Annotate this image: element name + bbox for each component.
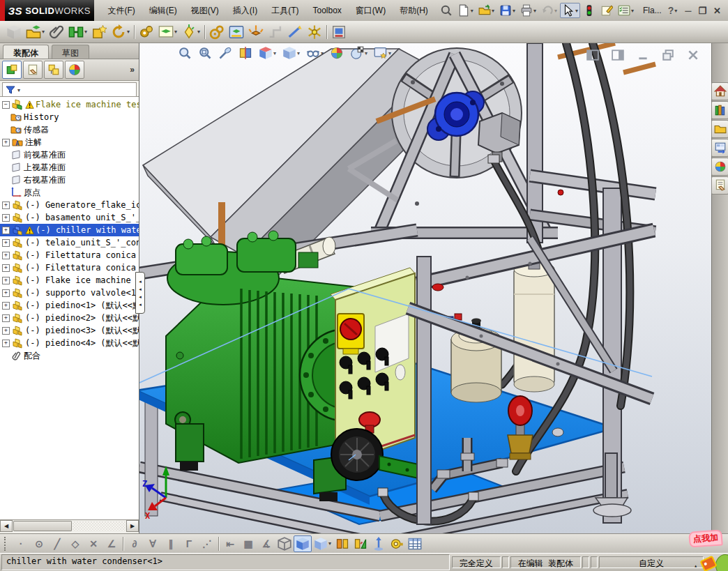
assembly-features-icon[interactable] [227, 23, 246, 41]
view-settings-icon[interactable]: ▾ [372, 45, 393, 61]
tree-row[interactable]: +(-) piedino<3> (默认<<默认 [0, 324, 139, 337]
pane-right-icon[interactable] [609, 47, 626, 63]
apply-scene-icon[interactable]: ▾ [348, 45, 370, 61]
tree-row[interactable]: 原点 [0, 186, 139, 199]
zoom-fit-icon[interactable] [176, 45, 194, 61]
line-icon[interactable]: ╱ [48, 537, 66, 551]
tree-horizontal-scrollbar[interactable]: ◀ ▶ [0, 519, 139, 532]
corner-icon[interactable]: Γ [180, 537, 198, 551]
construction-icon[interactable]: ⋰ [198, 537, 216, 551]
command-tab[interactable]: 草图 [52, 45, 89, 59]
tree-row[interactable]: −Flake ice machine test ( [0, 98, 139, 111]
pane-tabs-overflow[interactable]: » [130, 65, 135, 75]
tree-expand-icon[interactable]: + [2, 289, 10, 297]
file-properties-icon[interactable] [598, 3, 615, 18]
tree-expand-icon[interactable]: + [2, 327, 10, 335]
tree-row[interactable]: +(-) supporto valvole<1> (默 [0, 287, 139, 299]
pane-left-icon[interactable] [584, 47, 601, 63]
tree-expand-icon[interactable]: + [2, 302, 10, 310]
model-leveling-foot[interactable] [593, 453, 631, 517]
edit-appearance-icon[interactable] [328, 45, 346, 61]
scroll-right-arrow[interactable]: ▶ [126, 520, 139, 532]
explode-line-sketch-icon[interactable] [266, 23, 285, 41]
chamfer-icon[interactable]: ∠ [103, 537, 121, 551]
insert-from-file-icon[interactable]: ▾ [24, 23, 47, 41]
attachments-icon[interactable] [47, 23, 66, 41]
file-explorer-icon[interactable] [711, 120, 728, 138]
assembly-xpert-icon[interactable] [329, 23, 349, 41]
interference-detection-icon[interactable] [305, 23, 324, 41]
tree-expand-icon[interactable]: + [2, 252, 10, 259]
zoom-magnify-icon[interactable] [216, 45, 234, 61]
select-cursor-icon[interactable]: ▾ [560, 3, 580, 18]
tree-row[interactable]: +(-) Generatore_flake_ice ( [0, 199, 139, 211]
insert-component-icon[interactable] [4, 23, 24, 41]
doc-restore-icon[interactable] [660, 47, 676, 63]
tree-row-selected[interactable]: +(-) chiller with water [0, 224, 139, 236]
menu-w[interactable]: 窗口(W) [349, 2, 393, 20]
tree-row[interactable]: 配合 [0, 349, 139, 362]
circle-icon[interactable]: ⊙ [30, 537, 48, 551]
search-pin-icon[interactable] [438, 3, 455, 18]
show-hidden-components-icon[interactable]: ▾ [156, 23, 179, 41]
options-icon[interactable]: ▾ [616, 3, 636, 18]
tree-row[interactable]: 前视基准面 [0, 149, 139, 161]
toolbar-drag-handle[interactable] [4, 537, 9, 551]
grid-icon[interactable]: ▦ [239, 537, 257, 551]
minimize-button[interactable]: ─ [685, 6, 691, 16]
appearances-scenes-icon[interactable] [711, 158, 728, 176]
move-with-triad-icon[interactable] [333, 535, 351, 552]
mate-icon[interactable]: ▾ [66, 23, 89, 41]
tree-expand-icon[interactable]: + [2, 139, 10, 146]
feature-manager-tab-icon[interactable] [2, 61, 22, 79]
spline-icon[interactable]: ∂ [126, 537, 144, 551]
tree-row[interactable]: +(-) piedino<1> (默认<<默认 [0, 299, 139, 312]
tree-row[interactable]: +(-) Flake ice machine comp [0, 274, 139, 287]
tree-row[interactable]: +(-) piedino<2> (默认<<默认 [0, 312, 139, 324]
tree-expand-icon[interactable]: + [2, 264, 10, 272]
curve-sketch-icon[interactable] [285, 23, 305, 41]
home-icon[interactable] [711, 82, 728, 100]
measure-icon[interactable] [388, 535, 406, 552]
angle-icon[interactable]: ∡ [257, 537, 275, 551]
design-table-icon[interactable] [406, 535, 424, 552]
new-document-icon[interactable]: ▾ [455, 3, 476, 18]
offset-icon[interactable]: ∥ [162, 537, 180, 551]
tree-expand-icon[interactable]: + [2, 239, 10, 247]
open-document-icon[interactable]: ▾ [476, 3, 496, 18]
smart-components-icon[interactable]: ▾ [179, 23, 202, 41]
help-button[interactable]: ? ▾ [666, 3, 680, 17]
menu-h[interactable]: 帮助(H) [393, 2, 435, 20]
trim-icon[interactable]: ✕ [84, 537, 103, 551]
doc-close-icon[interactable] [685, 47, 702, 63]
tree-row[interactable]: 上视基准面 [0, 161, 139, 174]
rotate-component-icon[interactable]: ▾ [109, 23, 132, 41]
save-icon[interactable]: ▾ [497, 3, 517, 18]
view-orientation-icon[interactable]: ▾ [257, 45, 278, 61]
tree-expand-icon[interactable]: + [2, 227, 10, 234]
tree-row[interactable]: +A注解 [0, 136, 139, 149]
property-manager-tab-icon[interactable] [23, 61, 43, 79]
appearances-tab-icon[interactable] [65, 61, 84, 79]
tree-row[interactable]: 右视基准面 [0, 174, 139, 186]
scroll-left-arrow[interactable]: ◀ [0, 520, 13, 532]
tree-expand-icon[interactable]: + [2, 214, 10, 222]
tree-row[interactable]: +(-) Filettatura conica fer [0, 249, 139, 261]
tree-row[interactable]: History [0, 111, 139, 123]
hide-show-items-icon[interactable]: ▾ [304, 45, 326, 61]
doc-minimize-icon[interactable] [635, 47, 651, 63]
tree-row[interactable]: +(-) Filettatura conica fer [0, 261, 139, 274]
section-view-icon[interactable] [236, 45, 255, 61]
menu-i[interactable]: 插入(I) [226, 2, 264, 20]
tree-expand-icon[interactable]: + [2, 314, 10, 322]
exploded-view-icon[interactable] [246, 23, 266, 41]
design-library-icon[interactable] [711, 101, 728, 119]
menu-e[interactable]: 编辑(E) [142, 2, 184, 20]
command-tab[interactable]: 装配体 [3, 45, 49, 59]
tree-row[interactable]: 传感器 [0, 123, 139, 136]
mirror-icon[interactable]: ∀ [144, 537, 162, 551]
make-smart-component-icon[interactable] [207, 23, 227, 41]
menu-toolbox[interactable]: Toolbox [305, 3, 348, 18]
float-icon[interactable] [370, 535, 388, 552]
tree-expand-icon[interactable]: + [2, 277, 10, 284]
